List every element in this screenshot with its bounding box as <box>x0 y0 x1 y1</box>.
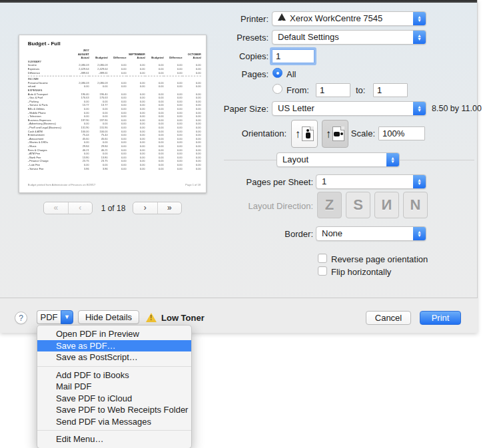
orientation-portrait-button[interactable]: ↑ <box>291 120 318 148</box>
menu-item-open-pdf-in-preview[interactable]: Open PDF in Preview <box>37 328 191 340</box>
page-count-label: 1 of 18 <box>95 204 132 213</box>
pdf-menu-button[interactable]: PDF ▼ <box>37 310 73 324</box>
menu-item-add-pdf-to-ibooks[interactable]: Add PDF to iBooks <box>37 369 191 381</box>
printer-warning-icon: ! <box>278 13 286 21</box>
preview-table-row: Difference-389.61-389.610.000.000.000.00… <box>28 71 202 75</box>
pages-from-input[interactable] <box>316 83 350 97</box>
layout-direction-s-order-button[interactable]: S <box>346 192 370 218</box>
pdf-menu: Open PDF in PreviewSave as PDF…Save as P… <box>37 325 192 448</box>
scale-input[interactable] <box>378 126 425 140</box>
menu-separator <box>37 430 191 431</box>
preview-doc-title: Budget - Full <box>28 41 202 47</box>
pages-all-radio[interactable] <box>272 68 282 78</box>
menu-item-save-pdf-to-icloud[interactable]: Save PDF to iCloud <box>37 393 191 405</box>
preview-document: Budget - Full 2017AUGUSTSEPTEMBEROCTOBER… <box>19 35 207 193</box>
scale-label: Scale: <box>328 128 375 138</box>
presets-label: Presets: <box>202 33 268 43</box>
hide-details-button[interactable]: Hide Details <box>78 310 139 324</box>
printer-label: Printer: <box>202 14 268 24</box>
print-button[interactable]: Print <box>420 311 461 325</box>
border-label: Border: <box>246 229 313 239</box>
copies-label: Copies: <box>202 51 268 61</box>
border-select[interactable]: None ▲▼ <box>316 226 426 241</box>
paper-size-value: US Letter <box>278 102 411 115</box>
print-preview-page: Budget - Full 2017AUGUSTSEPTEMBEROCTOBER… <box>19 35 207 193</box>
titlebar-edge <box>0 0 477 3</box>
portrait-arrow-icon: ↑ <box>295 128 301 140</box>
pages-per-sheet-select[interactable]: 1 ▲▼ <box>316 174 426 189</box>
menu-item-save-as-pdf[interactable]: Save as PDF… <box>37 340 191 352</box>
layout-direction-n-order-button[interactable]: N <box>403 192 428 218</box>
layout-direction-reverse-n-order-button[interactable]: И <box>374 192 399 218</box>
menu-separator <box>37 366 191 367</box>
menu-item-mail-pdf[interactable]: Mail PDF <box>37 381 191 393</box>
paper-size-label: Paper Size: <box>202 104 268 114</box>
pagination-back-group: « ‹ <box>43 202 93 214</box>
next-page-button[interactable]: › <box>133 202 158 214</box>
layout-direction-label: Layout Direction: <box>237 201 313 211</box>
pdf-button-label: PDF <box>37 310 61 324</box>
preview-footer-right: Page 1 of 18 <box>185 183 201 186</box>
menu-item-edit-menu[interactable]: Edit Menu… <box>37 433 191 445</box>
low-toner-warning-icon <box>146 313 157 322</box>
help-button[interactable]: ? <box>15 312 27 324</box>
cancel-button[interactable]: Cancel <box>366 311 411 325</box>
menu-item-save-pdf-to-web-receipts-folder[interactable]: Save PDF to Web Receipts Folder <box>37 404 191 416</box>
paper-size-select[interactable]: US Letter ▲▼ <box>272 101 426 116</box>
preview-table-row: - Service Fee3.863.860.000.000.000.000.0… <box>28 167 202 171</box>
stepper-icon: ▲▼ <box>413 12 426 25</box>
reverse-n-order-icon: И <box>382 198 392 212</box>
menu-item-send-pdf-via-messages[interactable]: Send PDF via Messages <box>37 416 191 428</box>
pages-to-label: to: <box>356 85 370 95</box>
low-toner-label: Low Toner <box>161 313 215 323</box>
stepper-icon: ▲▼ <box>413 227 426 240</box>
previous-page-button[interactable]: ‹ <box>69 202 93 214</box>
preview-doc-footer: Budget printed from Administrator of Fin… <box>28 183 201 186</box>
stepper-icon: ▲▼ <box>413 175 426 188</box>
flip-horizontally-label: Flip horizontally <box>331 267 464 277</box>
pagination-forward-group: › » <box>133 202 182 214</box>
presets-select[interactable]: Default Settings ▲▼ <box>272 30 426 45</box>
print-dialog: Budget - Full 2017AUGUSTSEPTEMBEROCTOBER… <box>0 0 478 333</box>
stepper-icon: ▲▼ <box>386 153 399 166</box>
n-order-icon: N <box>410 198 421 212</box>
stepper-icon: ▲▼ <box>413 31 426 44</box>
reverse-page-orientation-label: Reverse page orientation <box>331 254 464 264</box>
print-dialog-screen: Budget - Full 2017AUGUSTSEPTEMBEROCTOBER… <box>0 0 483 448</box>
presets-value: Default Settings <box>278 31 411 44</box>
first-page-button[interactable]: « <box>44 202 69 214</box>
reverse-page-orientation-checkbox[interactable] <box>318 254 327 263</box>
pages-from-label: From: <box>286 85 313 95</box>
stepper-icon: ▲▼ <box>413 102 426 115</box>
z-order-icon: Z <box>325 198 334 212</box>
orientation-label: Orientation: <box>220 128 286 138</box>
settings-pane-select[interactable]: Layout ▲▼ <box>276 152 400 167</box>
portrait-page-icon <box>302 126 314 141</box>
chevron-down-icon: ▼ <box>61 310 73 324</box>
settings-pane-value: Layout <box>282 153 384 166</box>
pages-all-label: All <box>286 69 306 79</box>
preview-footer-left: Budget printed from Administrator of Fin… <box>28 183 95 186</box>
flip-horizontally-checkbox[interactable] <box>318 266 327 276</box>
pages-label: Pages: <box>202 69 268 79</box>
printer-value: !Xerox WorkCentre 7545 <box>278 12 411 25</box>
copies-input[interactable] <box>272 49 314 63</box>
printer-select[interactable]: !Xerox WorkCentre 7545 ▲▼ <box>272 11 426 26</box>
menu-item-save-as-postscript[interactable]: Save as PostScript… <box>37 351 191 363</box>
layout-direction-z-order-button[interactable]: Z <box>317 192 342 218</box>
paper-dimensions-label: 8.50 by 11.00 inches <box>432 104 483 113</box>
pages-to-input[interactable] <box>373 83 408 97</box>
s-order-icon: S <box>353 198 363 212</box>
pages-per-sheet-value: 1 <box>322 175 411 188</box>
last-page-button[interactable]: » <box>158 202 182 214</box>
border-value: None <box>322 227 411 240</box>
pages-from-radio[interactable] <box>272 84 282 94</box>
pages-per-sheet-label: Pages per Sheet: <box>240 177 313 187</box>
preview-table: 2017AUGUSTSEPTEMBEROCTOBERActualBudgeted… <box>28 49 202 170</box>
